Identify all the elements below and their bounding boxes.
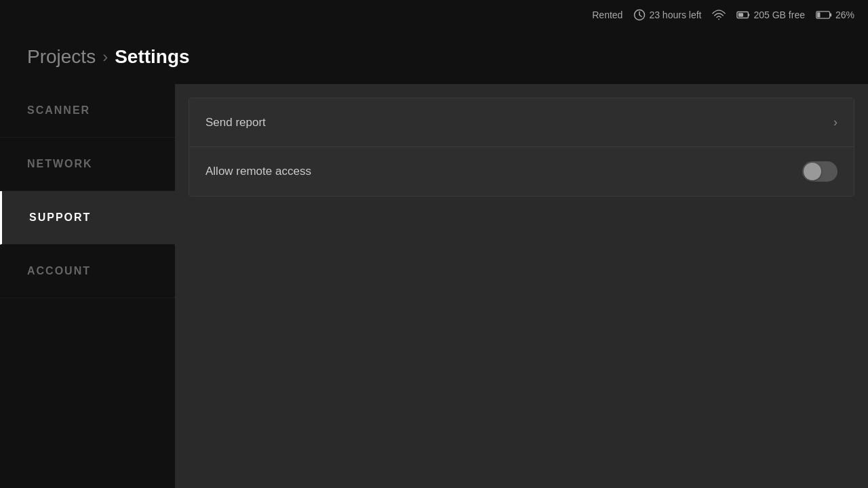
breadcrumb-separator: › <box>102 47 108 66</box>
status-rented: Rented <box>592 9 623 20</box>
wifi-icon <box>712 9 726 20</box>
breadcrumb-current: Settings <box>115 46 189 68</box>
sidebar-item-scanner[interactable]: SCANNER <box>0 84 175 138</box>
status-battery: 26% <box>816 9 854 20</box>
send-report-row[interactable]: Send report › <box>189 98 854 147</box>
battery-icon <box>816 10 832 20</box>
storage-icon <box>736 9 750 20</box>
svg-rect-6 <box>738 13 743 16</box>
allow-remote-access-row[interactable]: Allow remote access <box>189 147 854 196</box>
allow-remote-access-label: Allow remote access <box>205 165 311 178</box>
svg-line-2 <box>639 15 642 17</box>
status-bar: Rented 23 hours left 205 GB free <box>0 0 868 30</box>
main-container: SCANNER NETWORK SUPPORT ACCOUNT Send rep… <box>0 84 868 488</box>
time-left-label: 23 hours left <box>649 9 701 20</box>
sidebar-item-account[interactable]: ACCOUNT <box>0 245 175 298</box>
remote-access-toggle[interactable] <box>802 161 837 182</box>
battery-label: 26% <box>835 9 854 20</box>
status-wifi <box>712 9 726 20</box>
chevron-right-icon: › <box>833 115 837 129</box>
status-time: 23 hours left <box>633 9 701 21</box>
clock-icon <box>633 9 646 21</box>
breadcrumb: Projects › Settings <box>0 30 868 84</box>
storage-label: 205 GB free <box>753 9 805 20</box>
settings-list: Send report › Allow remote access <box>189 98 854 197</box>
sidebar-item-network[interactable]: NETWORK <box>0 138 175 191</box>
send-report-label: Send report <box>205 116 266 129</box>
toggle-knob <box>804 163 821 180</box>
breadcrumb-parent[interactable]: Projects <box>27 46 96 68</box>
status-storage: 205 GB free <box>736 9 805 20</box>
svg-rect-8 <box>830 13 832 16</box>
svg-rect-9 <box>817 12 820 18</box>
sidebar: SCANNER NETWORK SUPPORT ACCOUNT <box>0 84 175 488</box>
sidebar-item-support[interactable]: SUPPORT <box>0 191 175 245</box>
svg-point-3 <box>719 18 720 20</box>
content-area: Send report › Allow remote access <box>175 84 868 488</box>
svg-rect-5 <box>749 14 750 16</box>
